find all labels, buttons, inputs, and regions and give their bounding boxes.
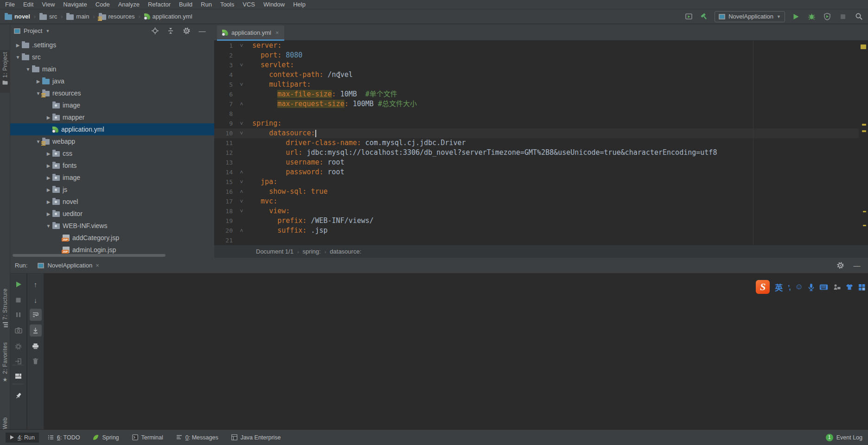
tree-item-resources[interactable]: ▼resources [10,87,214,99]
trash-toggle[interactable] [30,355,42,367]
layout-button[interactable] [13,370,25,382]
fold-expanded-icon[interactable]: ˅ [236,206,247,216]
stripe-button-2-favorites[interactable]: 2: Favorites★ [0,340,10,388]
tree-item-js[interactable]: ▶js [10,184,214,196]
chevron-right-icon[interactable]: ▶ [34,79,42,84]
soft-wrap-toggle[interactable] [30,309,42,321]
horizontal-scrollbar[interactable] [13,254,166,257]
run-configuration-select[interactable]: NovelApplication ▼ [715,11,785,22]
hide-button[interactable]: — [852,261,862,270]
microphone-icon[interactable] [808,283,814,291]
code-line-6[interactable]: 6 max-file-size: 10MB #单个文件 [214,89,859,99]
statusbar-button--todo[interactable]: 6: TODO [44,432,84,443]
editor-tab-application-yml[interactable]: application.yml × [217,25,284,41]
exit-button[interactable] [13,355,25,367]
chevron-down-icon[interactable]: ▼ [45,223,52,229]
camera-button[interactable] [13,324,25,337]
tree-item-application-yml[interactable]: application.yml [10,123,214,135]
code-line-20[interactable]: 20˄ suffix: .jsp [214,226,859,235]
tree-item-main[interactable]: ▼main [10,63,214,75]
statusbar-button--messages[interactable]: 0: Messages [172,432,223,443]
stop-button[interactable] [838,12,848,21]
keyboard-icon[interactable] [819,283,828,291]
menu-item-edit[interactable]: Edit [19,0,38,9]
fold-expanded-icon[interactable]: ˅ [236,197,247,206]
options-button[interactable] [13,340,25,352]
editor-breadcrumb-item[interactable]: datasource: [330,248,361,255]
editor-breadcrumb-item[interactable]: spring: [303,248,321,255]
fold-expanded-icon[interactable]: ˅ [236,60,247,70]
code-line-16[interactable]: 16˄ show-sql: true [214,187,859,197]
menu-item-code[interactable]: Code [91,0,114,9]
code-line-12[interactable]: 12 url: jdbc:mysql://localhost:3306/db_n… [214,148,859,158]
code-line-15[interactable]: 15˅ jpa: [214,177,859,187]
menu-item-view[interactable]: View [38,0,59,9]
stopg-button[interactable] [13,294,25,306]
code-line-7[interactable]: 7˄ max-request-size: 100MB #总文件大小 [214,99,859,109]
editor-body[interactable]: 1˅server:2 port: 80803˅ servlet:4 contex… [214,41,868,245]
chevron-right-icon[interactable]: ▶ [45,211,52,216]
run-tab-novelapplication[interactable]: NovelApplication × [35,258,102,273]
statusbar-button--run[interactable]: 4: Run [6,432,39,443]
up-toggle[interactable]: ↑ [30,278,42,290]
tree-item-image[interactable]: image [10,99,214,111]
breadcrumb-item-novel[interactable]: novel [5,13,30,20]
breadcrumb-item-application-yml[interactable]: application.yml [144,13,192,20]
fold-end-icon[interactable]: ˄ [236,226,247,235]
code-line-1[interactable]: 1˅server: [214,41,859,51]
fold-expanded-icon[interactable]: ˅ [236,80,247,89]
chevron-right-icon[interactable]: ▶ [14,43,22,48]
run-window-button[interactable] [684,12,693,21]
fold-end-icon[interactable]: ˄ [236,99,247,109]
chevron-down-icon[interactable]: ▼ [45,29,50,33]
gear-button[interactable] [182,26,191,36]
print-toggle[interactable] [30,340,42,352]
close-icon[interactable]: × [96,262,99,269]
fold-expanded-icon[interactable]: ˅ [236,119,247,128]
menu-item-help[interactable]: Help [289,0,310,9]
editor-breadcrumb-item[interactable]: Document 1/1 [256,248,294,255]
fold-expanded-icon[interactable]: ˅ [236,128,247,138]
pin-button[interactable] [13,389,25,401]
menu-item-file[interactable]: File [1,0,19,9]
menu-item-analyze[interactable]: Analyze [114,0,144,9]
debug-button[interactable] [807,12,816,21]
stripe-button-7-structure[interactable]: 7: Structure [0,286,10,333]
menu-item-vcs[interactable]: VCS [238,0,259,9]
fold-end-icon[interactable]: ˄ [236,187,247,197]
locate-button[interactable] [150,26,160,36]
toolbox-icon[interactable] [858,283,865,291]
breadcrumb-item-resources[interactable]: resources [99,13,135,20]
statusbar-button-terminal[interactable]: Terminal [128,432,167,443]
menu-item-window[interactable]: Window [259,0,289,9]
tree-item-src[interactable]: ▼src [10,51,214,63]
code-line-14[interactable]: 14˄ password: root [214,167,859,177]
code-line-11[interactable]: 11 driver-class-name: com.mysql.cj.jdbc.… [214,138,859,148]
sogou-logo-icon[interactable]: S [756,280,770,294]
close-icon[interactable]: × [275,29,279,36]
code-line-18[interactable]: 18˅ view: [214,206,859,216]
skin-icon[interactable] [846,283,853,291]
chevron-right-icon[interactable]: ▶ [45,175,52,180]
fold-expanded-icon[interactable]: ˅ [236,41,247,51]
statusbar-button-java-enterprise[interactable]: Java Enterprise [227,432,285,443]
chevron-right-icon[interactable]: ▶ [45,115,52,120]
build-hammer-button[interactable] [699,12,708,21]
breadcrumb-item-main[interactable]: main [66,13,89,20]
code-line-17[interactable]: 17˅ mvc: [214,197,859,206]
scroll-end-toggle[interactable] [30,324,42,337]
tree-item-addCategory-jsp[interactable]: addCategory.jsp [10,232,214,244]
project-tree[interactable]: ▶.settings▼src▼main▶java▼resourcesimage▶… [10,39,214,254]
tree-item-webapp[interactable]: ▼webapp [10,135,214,147]
run-console[interactable] [45,273,868,429]
code-line-4[interactable]: 4 context-path: /novel [214,70,859,80]
menu-item-tools[interactable]: Tools [216,0,238,9]
hide-button[interactable]: — [198,26,207,36]
run-button[interactable] [791,12,800,21]
fold-end-icon[interactable]: ˄ [236,167,247,177]
menu-item-refactor[interactable]: Refactor [144,0,175,9]
code-line-9[interactable]: 9˅spring: [214,119,859,128]
code-line-3[interactable]: 3˅ servlet: [214,60,859,70]
chevron-down-icon[interactable]: ▼ [14,55,22,60]
event-log-button[interactable]: 1 Event Log [826,434,862,441]
